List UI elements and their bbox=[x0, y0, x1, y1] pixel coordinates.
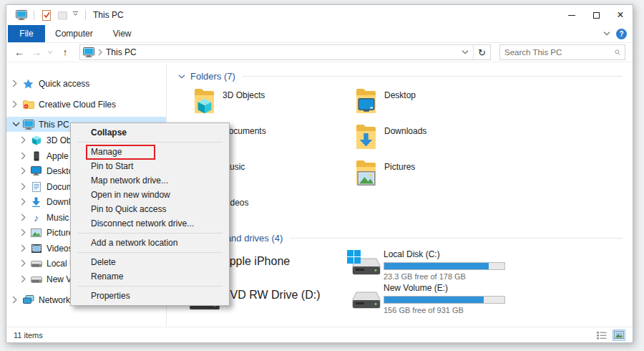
search-input[interactable] bbox=[504, 48, 615, 57]
device-tile-new-volume-e[interactable]: New Volume (E:) 156 GB free of 931 GB bbox=[350, 282, 512, 316]
download-arrow-icon bbox=[30, 196, 42, 208]
this-pc-icon bbox=[22, 119, 34, 130]
search-icon[interactable] bbox=[615, 48, 620, 57]
chevron-right-icon[interactable] bbox=[21, 152, 26, 160]
customize-toolbar-chevron-icon[interactable] bbox=[72, 11, 79, 19]
desktop-icon bbox=[358, 98, 375, 115]
drive-free-space: 156 GB free of 931 GB bbox=[384, 306, 505, 315]
menu-item-map-network-drive[interactable]: Map network drive... bbox=[71, 173, 229, 188]
drive-name: Local Disk (C:) bbox=[384, 249, 505, 260]
expand-ribbon-chevron-icon[interactable] bbox=[603, 31, 610, 37]
video-icon bbox=[30, 243, 42, 254]
folder-tile-pictures[interactable]: Pictures bbox=[350, 158, 512, 194]
menu-item-disconnect-network-drive[interactable]: Disconnect network drive... bbox=[71, 216, 229, 231]
picture-icon bbox=[357, 171, 376, 188]
creative-cloud-folder-icon: ∞ bbox=[22, 99, 34, 110]
back-button[interactable]: ← bbox=[12, 47, 26, 58]
download-arrow-icon bbox=[358, 133, 374, 151]
address-bar[interactable]: This PC ↻ bbox=[79, 44, 491, 60]
chevron-right-icon[interactable] bbox=[12, 100, 17, 108]
this-pc-icon bbox=[83, 47, 94, 57]
folders-group-header[interactable]: Folders (7) bbox=[178, 71, 623, 82]
status-bar: 11 items bbox=[6, 327, 633, 342]
menu-item-delete[interactable]: Delete bbox=[71, 255, 229, 269]
menu-item-pin-to-start[interactable]: Pin to Start bbox=[71, 159, 229, 173]
search-box[interactable] bbox=[499, 44, 625, 60]
up-button[interactable]: ↑ bbox=[58, 47, 72, 58]
menu-separator bbox=[77, 252, 223, 253]
tab-computer[interactable]: Computer bbox=[45, 25, 103, 42]
files-pane: Folders (7) 3D Objects D bbox=[167, 64, 633, 327]
drive-icon bbox=[350, 288, 383, 316]
chevron-right-icon[interactable] bbox=[21, 183, 26, 191]
music-note-icon: ♪ bbox=[30, 212, 42, 223]
title-bar: This PC × bbox=[6, 5, 633, 25]
folder-tile-3d-objects[interactable]: 3D Objects bbox=[188, 87, 350, 122]
menu-item-add-network-location[interactable]: Add a network location bbox=[71, 236, 229, 250]
star-icon bbox=[22, 78, 34, 90]
cube-icon bbox=[30, 135, 42, 146]
chevron-right-icon[interactable] bbox=[12, 80, 17, 87]
thumbnail-view-icon[interactable] bbox=[613, 330, 625, 341]
system-drive-icon bbox=[350, 254, 383, 282]
menu-item-pin-to-quick-access[interactable]: Pin to Quick access bbox=[71, 202, 229, 216]
chevron-right-icon[interactable] bbox=[12, 296, 17, 304]
tab-file[interactable]: File bbox=[8, 25, 45, 42]
ribbon-tab-bar: File Computer View ? bbox=[6, 25, 633, 43]
menu-item-collapse[interactable]: Collapse bbox=[71, 125, 229, 140]
menu-item-manage[interactable]: Manage bbox=[71, 145, 229, 159]
network-icon bbox=[22, 294, 34, 306]
recent-locations-chevron-icon[interactable] bbox=[47, 50, 53, 54]
sidebar-item-creative-cloud-files[interactable]: ∞ Creative Cloud Files bbox=[6, 97, 166, 112]
chevron-right-icon[interactable] bbox=[21, 213, 26, 221]
close-button[interactable]: × bbox=[608, 5, 633, 25]
capacity-bar-fill bbox=[384, 297, 484, 303]
tab-view[interactable]: View bbox=[103, 25, 142, 42]
chevron-down-icon[interactable] bbox=[178, 74, 185, 80]
devices-group-header[interactable]: Devices and drives (4) bbox=[178, 233, 623, 244]
chevron-right-icon[interactable] bbox=[21, 136, 26, 144]
divider bbox=[85, 10, 86, 20]
divider bbox=[243, 76, 623, 77]
folder-tile-downloads[interactable]: Downloads bbox=[350, 122, 512, 158]
chevron-right-icon[interactable] bbox=[21, 167, 26, 175]
app-icon bbox=[15, 9, 28, 21]
menu-separator bbox=[77, 286, 223, 287]
drive-icon bbox=[30, 258, 42, 269]
folder-icon bbox=[353, 122, 378, 151]
sidebar-item-quick-access[interactable]: Quick access bbox=[6, 76, 166, 91]
chevron-right-icon[interactable] bbox=[21, 259, 26, 267]
breadcrumb[interactable]: This PC bbox=[106, 47, 137, 57]
phone-icon bbox=[30, 150, 42, 162]
folder-icon bbox=[353, 158, 378, 187]
maximize-button[interactable] bbox=[584, 5, 608, 25]
chevron-right-icon[interactable] bbox=[21, 198, 26, 206]
items-count: 11 items bbox=[14, 331, 43, 340]
minimize-button[interactable] bbox=[560, 5, 584, 25]
picture-icon bbox=[30, 227, 42, 239]
help-icon[interactable]: ? bbox=[616, 29, 627, 39]
chevron-right-icon[interactable] bbox=[21, 244, 26, 252]
address-dropdown-chevron-icon[interactable] bbox=[457, 49, 473, 55]
menu-item-properties[interactable]: Properties bbox=[71, 289, 229, 303]
folder-tile-desktop[interactable]: Desktop bbox=[350, 87, 512, 122]
folder-icon bbox=[353, 87, 378, 115]
divider bbox=[290, 238, 623, 239]
folder-icon bbox=[192, 87, 216, 115]
new-folder-quick-icon[interactable] bbox=[56, 9, 69, 21]
menu-separator bbox=[77, 233, 223, 234]
details-view-icon[interactable] bbox=[595, 330, 608, 341]
device-tile-local-disk-c[interactable]: Local Disk (C:) 23.3 GB free of 178 GB bbox=[350, 249, 512, 282]
svg-text:∞: ∞ bbox=[24, 105, 26, 108]
refresh-icon[interactable]: ↻ bbox=[473, 45, 490, 59]
context-menu: Collapse Manage Pin to Start Map network… bbox=[70, 122, 230, 306]
explorer-window: This PC × File Computer View ? ← → ↑ Thi… bbox=[6, 4, 633, 343]
menu-item-open-in-new-window[interactable]: Open in new window bbox=[71, 188, 229, 202]
breadcrumb-chevron-icon[interactable] bbox=[98, 49, 102, 56]
properties-quick-icon[interactable] bbox=[40, 9, 53, 21]
menu-item-rename[interactable]: Rename bbox=[71, 269, 229, 284]
chevron-down-icon[interactable] bbox=[12, 121, 20, 128]
forward-button[interactable]: → bbox=[29, 47, 44, 58]
chevron-right-icon[interactable] bbox=[21, 229, 26, 236]
chevron-right-icon[interactable] bbox=[21, 275, 26, 283]
